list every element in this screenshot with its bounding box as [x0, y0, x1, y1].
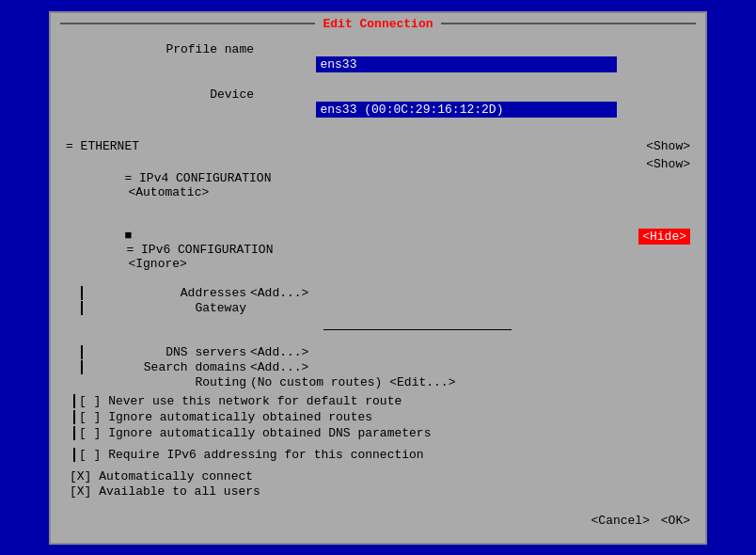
dns-value[interactable]: <Add...>	[250, 345, 308, 359]
edit-connection-window: Edit Connection Profile name ens33 Devic…	[49, 11, 707, 545]
routing-label: Routing	[87, 375, 246, 389]
ethernet-label: = ETHERNET	[66, 139, 254, 153]
routing-row: Routing (No custom routes) <Edit...>	[81, 375, 690, 389]
ipv6-label: ■ = IPv6 CONFIGURATION <Ignore>	[66, 214, 273, 285]
dns-label: DNS servers	[87, 345, 246, 359]
search-value[interactable]: <Add...>	[250, 360, 308, 374]
ignore-dns-row: [ ] Ignore automatically obtained DNS pa…	[73, 426, 690, 440]
ignore-routes-row: [ ] Ignore automatically obtained routes	[73, 410, 690, 424]
auto-connect-row: [X] Automatically connect	[70, 469, 690, 484]
gateway-row: Gateway	[81, 301, 690, 344]
device-label: Device	[66, 87, 254, 102]
search-row: Search domains <Add...>	[81, 360, 690, 374]
ipv4-mode: <Automatic>	[128, 185, 209, 199]
all-users-checkbox[interactable]: [X] Available to all users	[70, 484, 260, 499]
ignore-routes-checkbox[interactable]: [ ] Ignore automatically obtained routes	[79, 410, 372, 424]
dns-row: DNS servers <Add...>	[81, 345, 690, 359]
gateway-label: Gateway	[87, 301, 246, 315]
bottom-buttons: <Cancel> <OK>	[66, 514, 690, 528]
checkboxes-container: [ ] Never use this network for default r…	[73, 394, 690, 440]
ethernet-show-btn[interactable]: <Show>	[646, 139, 690, 153]
profile-name-value[interactable]: ens33	[258, 42, 617, 87]
cancel-button[interactable]: <Cancel>	[591, 514, 650, 528]
ipv4-show-btn[interactable]: <Show>	[646, 157, 690, 171]
ipv4-label: = IPv4 CONFIGURATION <Automatic>	[66, 157, 271, 214]
never-use-row: [ ] Never use this network for default r…	[73, 394, 690, 408]
ethernet-row: = ETHERNET <Show>	[66, 139, 690, 153]
addresses-label: Addresses	[87, 286, 246, 300]
addresses-row: Addresses <Add...>	[81, 286, 690, 300]
require-ipv6-checkbox[interactable]: [ ] Require IPv6 addressing for this con…	[79, 448, 424, 462]
ok-button[interactable]: <OK>	[661, 514, 690, 528]
gateway-value[interactable]	[250, 301, 512, 344]
device-value[interactable]: ens33 (00:0C:29:16:12:2D)	[258, 87, 617, 132]
ipv6-row: ■ = IPv6 CONFIGURATION <Ignore> <Hide>	[66, 214, 690, 285]
require-ipv6-row: [ ] Require IPv6 addressing for this con…	[73, 448, 690, 462]
device-row: Device ens33 (00:0C:29:16:12:2D)	[66, 87, 690, 132]
profile-name-label: Profile name	[66, 42, 254, 56]
options-container: [X] Automatically connect [X] Available …	[70, 469, 690, 499]
require-ipv6-container: [ ] Require IPv6 addressing for this con…	[73, 448, 690, 462]
search-label: Search domains	[87, 360, 246, 374]
window-title: Edit Connection	[315, 17, 440, 31]
ignore-dns-checkbox[interactable]: [ ] Ignore automatically obtained DNS pa…	[79, 426, 431, 440]
ipv6-mode: <Ignore>	[128, 257, 186, 271]
routing-value[interactable]: (No custom routes) <Edit...>	[250, 375, 455, 389]
ipv4-row: = IPv4 CONFIGURATION <Automatic> <Show>	[66, 157, 690, 214]
ipv6-fields-container: Addresses <Add...> Gateway DNS servers <…	[81, 286, 690, 390]
all-users-row: [X] Available to all users	[70, 484, 690, 499]
never-use-checkbox[interactable]: [ ] Never use this network for default r…	[79, 394, 402, 408]
addresses-value[interactable]: <Add...>	[250, 286, 308, 300]
title-bar: Edit Connection	[51, 13, 705, 35]
ipv6-hide-btn[interactable]: <Hide>	[580, 214, 690, 259]
auto-connect-checkbox[interactable]: [X] Automatically connect	[70, 469, 253, 484]
profile-name-row: Profile name ens33	[66, 42, 690, 87]
